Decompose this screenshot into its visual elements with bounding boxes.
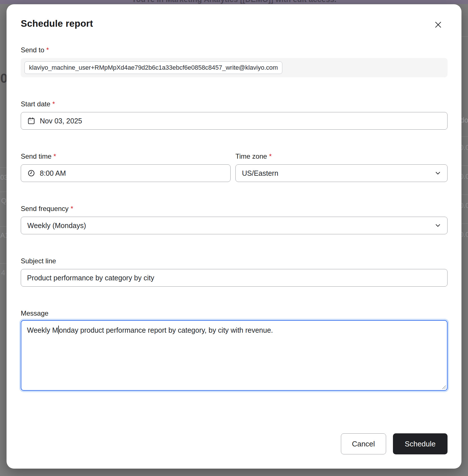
chevron-down-icon	[434, 222, 442, 229]
row-divider	[461, 165, 468, 166]
row-divider	[0, 263, 7, 264]
send-to-group: Send to* klaviyo_machine_user+RMpMpXd4ae…	[21, 45, 448, 77]
recipient-email-chip[interactable]: klaviyo_machine_user+RMpMpXd4ae79d2b6c1a…	[24, 61, 282, 74]
start-date-value: Nov 03, 2025	[40, 117, 82, 125]
required-marker: *	[53, 152, 56, 160]
row-divider	[461, 136, 468, 137]
time-zone-label: Time zone*	[235, 152, 448, 161]
row-divider	[0, 226, 7, 227]
background-right-strip: do 0.0 0.0 0.0 0.0	[461, 4, 468, 476]
message-text-before-caret: Weekly M	[27, 326, 58, 334]
send-time-label: Send time*	[21, 152, 231, 161]
start-date-label: Start date*	[21, 100, 448, 109]
schedule-button[interactable]: Schedule	[393, 433, 448, 454]
message-group: Message Weekly Monday product performanc…	[21, 309, 448, 391]
subject-line-group: Subject line	[21, 256, 448, 287]
background-left-strip: 0C 03 Q A1 4	[0, 4, 7, 476]
send-frequency-label: Send frequency*	[21, 204, 448, 213]
dialog-title: Schedule report	[21, 18, 448, 30]
time-zone-group: Time zone* US/Eastern	[235, 152, 448, 182]
send-time-value: 8:00 AM	[40, 169, 66, 177]
start-date-group: Start date* Nov 03, 2025	[21, 100, 448, 130]
schedule-report-dialog: Schedule report Send to* klaviyo_machine…	[7, 4, 461, 469]
required-marker: *	[71, 205, 73, 212]
row-divider	[461, 194, 468, 195]
send-to-field[interactable]: klaviyo_machine_user+RMpMpXd4ae79d2b6c1a…	[21, 58, 448, 77]
background-text-fragment: 03	[0, 173, 7, 181]
send-frequency-select[interactable]: Weekly (Mondays)	[21, 217, 448, 234]
close-button[interactable]	[432, 19, 444, 30]
start-date-input[interactable]: Nov 03, 2025	[21, 112, 448, 130]
background-text-fragment: 0.0	[461, 231, 468, 239]
chevron-down-icon	[434, 169, 442, 177]
send-time-input[interactable]: 8:00 AM	[21, 164, 231, 182]
calendar-icon	[27, 117, 35, 125]
subject-line-label: Subject line	[21, 256, 448, 266]
required-marker: *	[269, 152, 272, 160]
background-text-fragment: 0.0	[461, 173, 468, 181]
send-frequency-group: Send frequency* Weekly (Mondays)	[21, 204, 448, 234]
message-textarea[interactable]: Weekly Monday product performance report…	[21, 320, 448, 391]
background-text-fragment: do	[461, 116, 468, 124]
background-text-fragment: 0.0	[461, 144, 468, 152]
row-divider	[0, 192, 7, 192]
message-label: Message	[21, 309, 448, 318]
cancel-button[interactable]: Cancel	[341, 433, 386, 454]
dialog-actions: Cancel Schedule	[21, 433, 448, 454]
send-time-group: Send time* 8:00 AM	[21, 152, 231, 182]
background-text-fragment: Q	[1, 197, 7, 205]
row-divider	[461, 36, 468, 37]
time-row: Send time* 8:00 AM Time zone* US/Eastern	[21, 152, 448, 182]
banner-text: You're in Marketing Analytics [[DEMO]] w…	[0, 0, 468, 4]
resize-handle[interactable]	[442, 385, 446, 389]
row-divider	[461, 223, 468, 224]
row-divider	[0, 167, 7, 168]
background-banner: You're in Marketing Analytics [[DEMO]] w…	[0, 0, 468, 4]
send-to-label: Send to*	[21, 45, 448, 55]
send-frequency-value: Weekly (Mondays)	[27, 222, 86, 230]
time-zone-select[interactable]: US/Eastern	[235, 164, 448, 182]
time-zone-value: US/Eastern	[242, 169, 278, 177]
required-marker: *	[46, 46, 49, 54]
required-marker: *	[52, 100, 55, 108]
subject-line-input[interactable]	[21, 269, 448, 287]
background-text-fragment: 0.0	[461, 202, 468, 210]
background-text-fragment: A1	[0, 231, 7, 239]
close-icon	[434, 20, 443, 29]
background-text-fragment: 0C	[0, 71, 7, 86]
background-text-fragment: 4	[1, 268, 5, 277]
clock-icon	[27, 169, 35, 177]
message-text-after-caret: onday product performance report by cate…	[59, 326, 273, 334]
